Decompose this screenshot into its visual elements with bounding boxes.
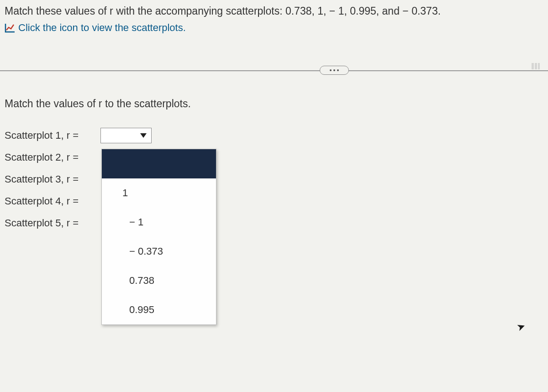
dropdown-option-blank[interactable] [102,149,216,178]
section-divider [0,70,548,71]
scatterplot-1-label: Scatterplot 1, r = [5,130,100,141]
scatterplot-1-select[interactable] [100,128,152,143]
scatterplot-row-1: Scatterplot 1, r = [5,125,548,146]
cursor-icon: ➤ [515,320,527,334]
answers-section: Scatterplot 1, r = Scatterplot 2, r = Sc… [5,125,548,234]
dropdown-option-0738[interactable]: 0.738 [102,266,216,295]
scatterplot-row-4: Scatterplot 4, r = [5,190,548,212]
scatterplot-5-label: Scatterplot 5, r = [5,217,100,229]
scatterplot-row-5: Scatterplot 5, r = [5,212,548,234]
dropdown-option-1[interactable]: 1 [102,178,216,208]
toolbar-icon[interactable] [532,63,540,69]
question-text: Match these values of r with the accompa… [5,4,543,18]
dropdown-option-0995[interactable]: 0.995 [102,295,216,324]
r-value-dropdown[interactable]: 1 − 1 − 0.373 0.738 0.995 [101,149,216,325]
instruction-text: Match the values of r to the scatterplot… [5,98,548,110]
view-scatterplots-link[interactable]: Click the icon to view the scatterplots. [18,22,186,34]
scatterplot-row-2: Scatterplot 2, r = [5,146,548,168]
scatterplot-4-label: Scatterplot 4, r = [5,195,100,207]
scatterplot-icon[interactable] [5,23,16,33]
scatterplot-3-label: Scatterplot 3, r = [5,173,100,185]
dropdown-option-neg1[interactable]: − 1 [102,208,216,237]
scatterplot-2-label: Scatterplot 2, r = [5,152,100,163]
dropdown-option-neg0373[interactable]: − 0.373 [102,237,216,266]
chevron-down-icon [140,133,147,138]
scatterplot-row-3: Scatterplot 3, r = [5,168,548,190]
expand-pill[interactable] [320,66,349,75]
